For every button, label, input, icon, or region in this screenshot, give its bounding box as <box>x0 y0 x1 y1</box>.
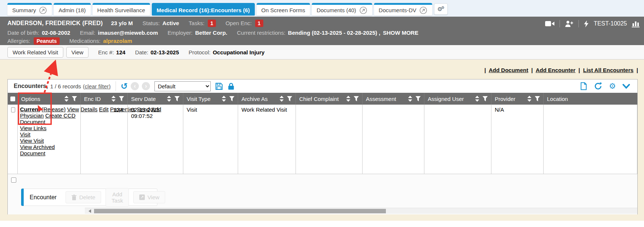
refresh-icon[interactable] <box>594 82 602 90</box>
restrictions-label: Current restrictions: <box>237 30 286 36</box>
collapse-chevron-icon[interactable] <box>623 84 630 89</box>
option-view-links-link[interactable]: View Links <box>20 125 78 132</box>
row-checkbox[interactable] <box>11 107 15 112</box>
popout-icon[interactable] <box>39 6 47 14</box>
sort-icon[interactable] <box>111 96 116 102</box>
column-header-visit-type[interactable]: Visit Type <box>183 93 238 105</box>
column-header-enc-id[interactable]: Enc ID <box>81 93 128 105</box>
allergy-badge[interactable]: Peanuts <box>34 37 60 45</box>
column-label: Archive As <box>241 96 268 102</box>
protocol-value: Occupational Injury <box>213 49 264 55</box>
tab-documents-dv-label: Documents-DV <box>379 7 417 13</box>
tab-documents-dv[interactable]: Documents-DV <box>374 3 433 16</box>
horizontal-scrollbar[interactable] <box>85 208 637 214</box>
empty-row-checkbox[interactable] <box>11 177 16 183</box>
delete-button[interactable]: Delete <box>66 191 101 203</box>
lightning-icon[interactable] <box>584 20 589 27</box>
filter-icon[interactable] <box>483 96 488 101</box>
select-all-checkbox-cell <box>8 93 18 105</box>
add-encounter-link[interactable]: Add Encounter <box>535 67 575 73</box>
separator: | <box>483 67 487 73</box>
column-header-serv-date[interactable]: Serv Date <box>128 93 183 105</box>
column-header-archive-as[interactable]: Archive As <box>238 93 296 105</box>
add-task-button-label: Add Task <box>111 191 123 204</box>
sort-icon[interactable] <box>527 96 531 102</box>
column-header-location[interactable]: Location <box>544 93 637 105</box>
video-camera-icon[interactable] <box>545 21 555 27</box>
tab-documents[interactable]: Documents (40) <box>312 3 372 16</box>
sort-icon[interactable] <box>222 96 226 102</box>
status-value: Active <box>163 20 179 26</box>
tab-settings-button[interactable]: ⚙ ⚙ <box>434 3 448 15</box>
tab-on-screen-forms[interactable]: On Screen Forms <box>257 3 310 16</box>
filter-icon[interactable] <box>287 96 292 101</box>
column-header-chief-complaint[interactable]: Chief Complaint <box>296 93 363 105</box>
add-task-button[interactable]: Add Task <box>106 188 129 207</box>
undo-icon[interactable]: ↺ <box>121 82 128 91</box>
new-document-icon[interactable] <box>580 82 587 90</box>
filter-icon[interactable] <box>354 96 359 101</box>
sort-icon[interactable] <box>64 96 69 102</box>
filter-icon[interactable] <box>72 96 77 101</box>
tab-health-surveillance[interactable]: Health Surveillance <box>93 3 150 16</box>
separator: | <box>577 67 581 73</box>
sort-icon[interactable] <box>280 96 284 102</box>
column-header-assessment[interactable]: Assessment <box>363 93 424 105</box>
save-view-icon[interactable] <box>215 82 223 90</box>
add-document-link[interactable]: Add Document <box>489 67 528 73</box>
option-release-link[interactable]: (Release) <box>41 106 66 112</box>
open-enc-count-badge[interactable]: 1 <box>255 20 263 27</box>
medications-value[interactable]: alprazolam <box>103 38 132 44</box>
option-visit-link[interactable]: Visit <box>20 132 78 138</box>
dob-label: Date of birth: <box>7 30 39 36</box>
prev-page-button[interactable]: ‹ <box>131 82 139 90</box>
filter-icon[interactable] <box>416 96 421 101</box>
scrollbar-thumb[interactable] <box>94 209 386 213</box>
column-header-provider[interactable]: Provider <box>491 93 544 105</box>
visit-type-cell: Visit <box>183 105 238 174</box>
list-all-encounters-link[interactable]: List All Encounters <box>583 67 633 73</box>
tasks-count-badge[interactable]: 1 <box>208 20 216 27</box>
clear-filter-link[interactable]: (clear filter) <box>83 83 111 89</box>
filter-icon[interactable] <box>119 96 124 101</box>
saved-view-select[interactable]: Default <box>154 81 211 91</box>
next-page-button[interactable]: › <box>142 82 150 90</box>
grid-settings-gear-icon[interactable]: ⚙ <box>609 82 616 90</box>
separator: | <box>530 67 534 73</box>
select-all-checkbox[interactable] <box>10 96 15 101</box>
email-value: imauser@mieweb.com <box>98 30 158 36</box>
action-links: | Add Document | Add Encounter | List Al… <box>483 67 640 73</box>
show-more-link[interactable]: SHOW MORE <box>383 30 418 36</box>
popout-icon[interactable] <box>359 6 367 14</box>
sort-icon[interactable] <box>346 96 350 102</box>
chart-icon[interactable] <box>632 20 640 27</box>
popout-icon[interactable] <box>419 6 427 14</box>
sort-icon[interactable] <box>475 96 479 102</box>
option-view-visit-link[interactable]: View Visit <box>20 138 78 144</box>
option-view-archived-document-link[interactable]: View Archived Document <box>20 144 78 157</box>
scroll-left-arrow[interactable] <box>89 209 91 213</box>
tab-medical-record[interactable]: Medical Record (16):Encounters (6) <box>152 3 255 16</box>
sort-icon[interactable] <box>167 96 171 102</box>
column-header-assigned-user[interactable]: Assigned User <box>424 93 491 105</box>
divider <box>560 20 560 27</box>
column-label: Enc ID <box>84 96 101 102</box>
lock-icon[interactable] <box>227 82 235 90</box>
filter-icon[interactable] <box>535 96 540 101</box>
option-current-link[interactable]: Current <box>20 106 40 112</box>
view-encounter-button[interactable]: View <box>66 47 89 58</box>
chief-complaint-cell <box>296 105 363 174</box>
tab-summary[interactable]: Summary <box>7 3 52 16</box>
divider <box>116 81 116 91</box>
filter-icon[interactable] <box>229 96 234 101</box>
view-row-button[interactable]: ↗ View <box>133 191 165 203</box>
sort-icon[interactable] <box>408 96 412 102</box>
serv-date-cell: 02-13-2025 09:07:52 <box>128 105 183 174</box>
tab-admin[interactable]: Admin (18) <box>54 3 90 16</box>
grid-record-count: 1 / 6 records <box>50 83 81 89</box>
person-add-icon[interactable] <box>565 20 574 27</box>
filter-icon[interactable] <box>174 96 180 101</box>
work-related-visit-button[interactable]: Work Related Visit <box>7 47 63 58</box>
option-view-link[interactable]: View <box>67 106 79 112</box>
column-header-options[interactable]: Options <box>18 93 81 105</box>
